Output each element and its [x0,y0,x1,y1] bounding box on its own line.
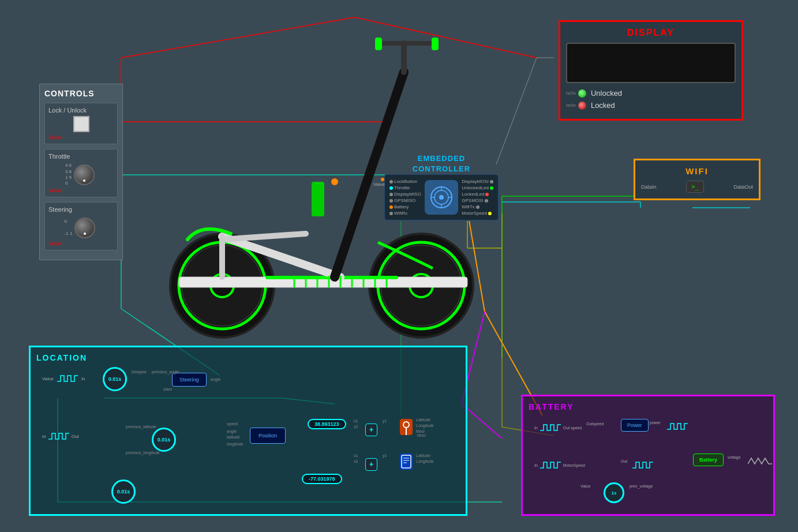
loc-speed-label: speed [227,422,238,426]
unlocked-status-row: IsOn Unlocked [566,89,736,98]
wifi-terminal: >_ [686,181,703,193]
port-battery: Battery [388,204,421,209]
delay-1s-node: 1s [604,482,624,503]
throttle-label: Throttle [48,153,114,160]
loc-delayed-label-1: Delayed [132,370,147,374]
port-wifitx: WifiTx [462,204,494,209]
steering-label: Steering [48,206,114,213]
bat-prev-voltage: prev_voltage [630,484,653,488]
unlocked-led [578,89,586,98]
loc-angle-label-2: angle [227,429,237,433]
delay-node-2: 0.01s [152,428,176,452]
steering-node: Steering [172,373,207,387]
loc-lon-in-label: longitude [227,442,243,446]
port-gpsmiso: GPSMISO [388,198,421,203]
wifi-inner: DataIn >_ DataOut [641,181,753,193]
miso-label: Miso [417,433,426,437]
signal-wave-bat-5 [748,455,773,467]
plus-node-2: + [365,458,377,471]
delay-node-3-label: 0.01s [117,489,130,494]
gps-icon-2 [400,454,413,472]
port-dot-wifitx [476,205,479,209]
port-label-gpsmosi: GPSMOSI [462,198,483,203]
gps-lat-out-label: Latitude [416,418,430,422]
steering-knob[interactable] [74,218,95,238]
svg-rect-46 [432,38,439,50]
signal-wave-bat-3 [540,459,561,471]
svg-rect-45 [375,38,382,50]
x1-label-2: x1 [354,454,358,458]
wifi-panel: WIFI DataIn >_ DataOut [634,159,760,200]
connector-dot-1 [381,178,384,181]
x2-label-2: x2 [354,459,358,463]
bat-power-out-label: power [650,421,661,425]
bat-out-motorspeed: Out [621,459,627,463]
display-screen [566,43,736,83]
svg-point-61 [439,195,444,200]
port-label-wifirx: WifiRx [394,211,407,216]
port-wifirx: WifiRx [388,211,421,216]
loc-prev-lon-label: previous_longitude [126,451,160,455]
steering-value-label: Value [48,241,114,246]
lock-button[interactable] [73,116,89,132]
loc-in-label: In [81,376,85,381]
unlocked-text: Unlocked [591,89,622,98]
port-label-unlockedled: UnlockedLed [462,185,489,190]
steering-scale: 0-1 1 [65,219,73,237]
display-panel: DISPLAY IsOn Unlocked IsOn Locked [559,20,743,121]
battery-node: Battery [693,454,724,466]
x1-label-1: x1 [354,419,358,423]
controller-icon [430,186,453,209]
lock-unlock-block: Lock / Unlock Value [44,103,118,144]
battery-node-label: Battery [699,457,717,463]
wifi-datain-label: DataIn [641,184,657,190]
throttle-knob-dot [83,179,85,182]
throttle-scale: 4 63 81 90 [65,163,72,187]
delay-node-1: 0.01s [103,367,127,391]
bat-outspeed-label-2: Outspeed [586,422,604,426]
svg-rect-47 [312,182,324,216]
port-displaymosi: DisplayMOSI [462,179,494,184]
signal-wave-2 [48,430,69,442]
plus-node-1: + [365,424,377,436]
port-label-gpsmiso: GPSMISO [394,198,415,203]
bat-in-label-2: In [534,463,538,467]
bat-voltage-label: voltage [728,455,741,459]
location-title: LOCATION [36,353,460,362]
loc-in-label-2: In [42,434,46,439]
throttle-knob[interactable] [74,164,95,185]
port-label-lockedled: LockedLed [462,192,484,197]
loc-out-label-2: Out [72,434,79,439]
signal-wave-bat-1 [540,422,561,433]
bat-outspeed-label: Out speed [563,426,582,430]
throttle-block: Throttle 4 63 81 90 Value [44,149,118,197]
is-on-locked-label: IsOn [566,103,576,108]
port-dot-lockedled [485,193,489,196]
embedded-ports-right: DisplayMOSI UnlockedLed LockedLed GPSMOS… [462,178,494,216]
port-dot-motorspeed [488,212,492,215]
throttle-knob-container: 4 63 81 90 [48,162,114,188]
port-displaymiso: DisplayMISO [388,192,421,197]
gps-mosi-label: Mosi [416,429,425,433]
power-node: Power [621,419,649,432]
embedded-core [425,180,459,215]
throttle-value-label: Value [48,188,114,193]
svg-point-58 [331,178,338,185]
steering-knob-dot [84,233,86,235]
gps-icon-1 [400,419,413,437]
port-dot-displaymiso [389,193,393,196]
port-dot-wifirx [389,212,393,215]
signal-wave-1 [57,373,78,384]
port-label-displaymiso: DisplayMISO [394,192,421,197]
lon-value: -77.031978 [309,476,335,482]
wifi-terminal-text: >_ [691,183,698,190]
port-dot-lockbutton [389,180,393,183]
wifi-title: WIFI [641,166,753,176]
is-on-unlocked-label: IsOn [566,91,576,96]
display-miso-value-label: Value [373,182,385,187]
embedded-title: EMBEDDED [418,154,465,163]
port-label-lockbutton: LockButton [394,179,417,184]
delay-node-2-label: 0.01s [158,437,171,443]
steering-block: Steering 0-1 1 Value [44,202,118,250]
locked-led [578,102,586,110]
